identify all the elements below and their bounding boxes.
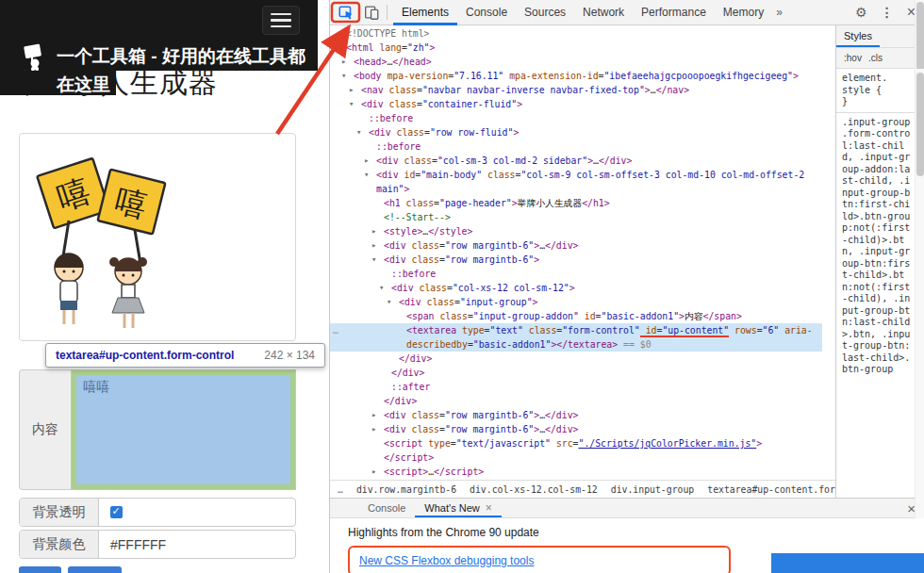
bg-transparent-row: 背景透明 bbox=[19, 498, 296, 527]
devtools-panel: ElementsConsoleSourcesNetworkPerformance… bbox=[329, 0, 924, 573]
kebab-menu-icon[interactable]: ⋮ bbox=[881, 5, 894, 20]
tab-memory[interactable]: Memory bbox=[715, 0, 772, 25]
devtools-tab-strip: ElementsConsoleSourcesNetworkPerformance… bbox=[393, 0, 772, 25]
breadcrumb-item[interactable]: div.col-xs-12.col-sm-12 bbox=[470, 484, 598, 495]
more-tabs-button[interactable]: » bbox=[772, 0, 786, 25]
collapse-arrow-icon[interactable]: ▾ bbox=[349, 97, 354, 111]
bg-transparent-checkbox[interactable] bbox=[110, 506, 123, 518]
collapse-arrow-icon[interactable]: ▾ bbox=[356, 125, 361, 139]
css-rule-selector[interactable]: .input-group .form-control:last-child, .… bbox=[842, 117, 911, 376]
collapse-arrow-icon[interactable]: ▾ bbox=[341, 69, 346, 83]
content-label: 内容 bbox=[19, 369, 71, 490]
content-textarea[interactable]: 嘻嘻 bbox=[76, 375, 290, 484]
tree-node[interactable]: ▸<style>…</style> bbox=[330, 224, 822, 238]
tab-performance[interactable]: Performance bbox=[633, 0, 715, 25]
tree-node[interactable]: <!--Start--> bbox=[330, 210, 822, 224]
tree-node[interactable]: ▾<div id="main-body" class="col-sm-9 col… bbox=[330, 168, 822, 196]
collapse-arrow-icon[interactable]: ▾ bbox=[379, 281, 384, 295]
devtools-drawer: Console What's New × × Highlights from t… bbox=[330, 498, 924, 573]
tree-node[interactable]: <script type="text/javascript" src="./Sc… bbox=[330, 436, 822, 450]
bg-color-row: 背景颜色 #FFFFFF bbox=[19, 530, 296, 559]
whats-new-image-fragment bbox=[771, 553, 924, 573]
tree-node[interactable]: </script> bbox=[330, 450, 822, 465]
hov-toggle[interactable]: :hov bbox=[844, 53, 862, 63]
expand-arrow-icon[interactable]: ▸ bbox=[371, 238, 376, 253]
bg-color-input[interactable]: #FFFFFF bbox=[99, 531, 295, 558]
breadcrumb-item[interactable]: div.input-group bbox=[611, 484, 694, 495]
bg-transparent-label: 背景透明 bbox=[20, 499, 99, 526]
collapse-arrow-icon[interactable]: ▾ bbox=[364, 168, 369, 182]
tab-console[interactable]: Console bbox=[457, 0, 516, 25]
tree-node[interactable]: ▸<div class="row margintb-6">…</div> bbox=[330, 422, 822, 436]
breadcrumb-item[interactable]: … bbox=[338, 484, 343, 495]
tree-node[interactable]: ▸<head>…</head> bbox=[330, 55, 822, 69]
tree-node[interactable]: </div> bbox=[330, 352, 822, 366]
expand-arrow-icon[interactable]: ▸ bbox=[341, 55, 346, 69]
expand-arrow-icon[interactable]: ▸ bbox=[371, 408, 376, 422]
styles-rules: element.style { } .input-group .form-con… bbox=[836, 69, 924, 498]
preview-card: 嘻 嘻 bbox=[19, 133, 296, 341]
elements-tree: <!DOCTYPE html><html lang="zh">▸<head>…<… bbox=[330, 25, 835, 480]
tree-node-selected[interactable]: …<textarea type="text" class="form-contr… bbox=[330, 323, 822, 352]
breadcrumb-item[interactable]: div.row.margintb-6 bbox=[356, 484, 456, 495]
tab-whats-new[interactable]: What's New × bbox=[415, 499, 501, 517]
site-navbar: 一个工具箱 - 好用的在线工具都 bbox=[0, 0, 318, 71]
elements-panel: <!DOCTYPE html><html lang="zh">▸<head>…<… bbox=[330, 25, 835, 498]
tree-node[interactable]: ::before bbox=[330, 139, 822, 154]
expand-arrow-icon[interactable]: ▸ bbox=[371, 465, 376, 479]
cartoon-illustration: 嘻 嘻 bbox=[31, 155, 173, 334]
tree-node[interactable]: <!DOCTYPE html> bbox=[330, 26, 822, 41]
tree-node[interactable]: ▾<body mpa-version="7.16.11" mpa-extensi… bbox=[330, 69, 822, 83]
whats-new-heading: Highlights from the Chrome 90 update bbox=[348, 526, 924, 539]
styles-scrollbar[interactable] bbox=[915, 69, 924, 498]
tree-node[interactable]: ▸<nav class="navbar navbar-inverse navba… bbox=[330, 83, 822, 97]
tree-node[interactable]: ▸<div class="col-sm-3 col-md-2 sidebar">… bbox=[330, 154, 822, 168]
tree-node[interactable]: ::before bbox=[330, 267, 822, 281]
tab-elements[interactable]: Elements bbox=[393, 0, 457, 25]
tree-node[interactable]: ▸<div class="row margintb-6">…</div> bbox=[330, 408, 822, 422]
devtools-toolbar: ElementsConsoleSourcesNetworkPerformance… bbox=[330, 0, 924, 25]
cls-toggle[interactable]: .cls bbox=[868, 53, 883, 63]
hamburger-menu-button[interactable] bbox=[262, 6, 300, 35]
collapse-arrow-icon[interactable]: ▾ bbox=[371, 253, 376, 267]
tab-console-drawer[interactable]: Console bbox=[358, 499, 415, 517]
tree-node[interactable]: ▾<div class="input-group"> bbox=[330, 295, 822, 309]
tab-styles[interactable]: Styles bbox=[836, 25, 880, 47]
whats-new-link[interactable]: New CSS Flexbox debugging tools bbox=[359, 554, 534, 567]
tree-node[interactable]: ▾<div class="row margintb-6"> bbox=[330, 253, 822, 267]
node-ellipsis-icon[interactable]: … bbox=[333, 323, 338, 337]
tree-node[interactable]: ▸<script>…</script> bbox=[330, 465, 822, 479]
close-whats-new-tab-icon[interactable]: × bbox=[486, 499, 492, 517]
inspect-overlay-tooltip: textarea#up-content.form-control 242 × 1… bbox=[45, 343, 325, 368]
action-button[interactable] bbox=[68, 566, 122, 573]
expand-arrow-icon[interactable]: ▸ bbox=[349, 83, 354, 97]
action-button[interactable] bbox=[19, 566, 61, 573]
tooltip-dimensions: 242 × 134 bbox=[264, 349, 315, 362]
gear-icon[interactable]: ⚙ bbox=[855, 5, 867, 20]
tree-node[interactable]: <span class="input-group-addon" id="basi… bbox=[330, 309, 822, 323]
tree-node[interactable]: ▾<div class="container-fluid"> bbox=[330, 97, 822, 111]
tree-node[interactable]: <html lang="zh"> bbox=[330, 41, 822, 55]
screenshot-root: 一个工具箱 - 好用的在线工具都 举牌小人生成器 在这里 嘻 嘻 bbox=[0, 0, 924, 573]
expand-arrow-icon[interactable]: ▸ bbox=[371, 224, 376, 238]
toolbar-divider bbox=[387, 5, 388, 20]
web-page: 一个工具箱 - 好用的在线工具都 举牌小人生成器 在这里 嘻 嘻 bbox=[0, 0, 329, 573]
site-title-wrap: 在这里 bbox=[0, 71, 116, 95]
tree-node[interactable]: </div> bbox=[330, 366, 822, 380]
breadcrumb-item[interactable]: textarea#up-content.form-control bbox=[707, 484, 835, 495]
expand-arrow-icon[interactable]: ▸ bbox=[364, 154, 369, 168]
tree-node[interactable]: ::before bbox=[330, 111, 822, 125]
collapse-arrow-icon[interactable]: ▾ bbox=[387, 295, 391, 309]
tree-node[interactable]: ▾<div class="col-xs-12 col-sm-12"> bbox=[330, 281, 822, 295]
tree-node[interactable]: </div> bbox=[330, 394, 822, 408]
tab-network[interactable]: Network bbox=[574, 0, 633, 25]
tree-node[interactable]: ▾<div class="row row-fluid"> bbox=[330, 125, 822, 139]
inspect-element-icon[interactable] bbox=[337, 3, 355, 22]
device-toolbar-icon[interactable] bbox=[362, 3, 381, 22]
tree-node[interactable]: ▸<div class="row margintb-6">…</div> bbox=[330, 238, 822, 253]
tab-sources[interactable]: Sources bbox=[516, 0, 574, 25]
tree-node[interactable]: <h1 class="page-header">举牌小人生成器</h1> bbox=[330, 196, 822, 210]
annotation-highlight-box: New CSS Flexbox debugging tools bbox=[348, 546, 731, 573]
tree-node[interactable]: ::after bbox=[330, 380, 822, 394]
expand-arrow-icon[interactable]: ▸ bbox=[371, 422, 376, 436]
